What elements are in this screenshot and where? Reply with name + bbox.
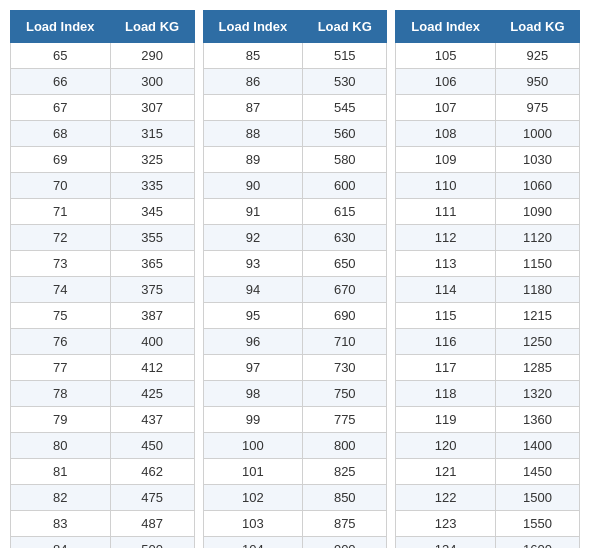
table-row: 1141180 [396,277,580,303]
load-kg-cell: 1000 [495,121,579,147]
load-index-cell: 103 [203,511,303,537]
load-index-cell: 118 [396,381,496,407]
load-index-header: Load Index [11,11,111,43]
table-row: 96710 [203,329,387,355]
load-kg-cell: 710 [303,329,387,355]
tables-container: Load IndexLoad KG65290663006730768315693… [10,10,580,548]
load-kg-cell: 1150 [495,251,579,277]
load-table-1: Load IndexLoad KG65290663006730768315693… [10,10,195,548]
load-kg-cell: 545 [303,95,387,121]
load-kg-cell: 437 [110,407,194,433]
load-index-cell: 115 [396,303,496,329]
load-index-cell: 97 [203,355,303,381]
table-row: 83487 [11,511,195,537]
table-row: 84500 [11,537,195,549]
load-kg-cell: 690 [303,303,387,329]
load-index-cell: 91 [203,199,303,225]
load-index-cell: 116 [396,329,496,355]
load-kg-cell: 1450 [495,459,579,485]
load-index-header: Load Index [396,11,496,43]
load-kg-cell: 950 [495,69,579,95]
table-row: 1161250 [396,329,580,355]
load-index-cell: 71 [11,199,111,225]
table-row: 74375 [11,277,195,303]
load-kg-cell: 475 [110,485,194,511]
table-row: 82475 [11,485,195,511]
load-index-cell: 77 [11,355,111,381]
load-kg-cell: 290 [110,43,194,69]
table-row: 1221500 [396,485,580,511]
load-kg-cell: 315 [110,121,194,147]
load-kg-cell: 462 [110,459,194,485]
load-index-cell: 124 [396,537,496,549]
load-kg-cell: 425 [110,381,194,407]
load-index-cell: 67 [11,95,111,121]
load-index-cell: 120 [396,433,496,459]
load-index-cell: 81 [11,459,111,485]
load-kg-cell: 450 [110,433,194,459]
table-row: 1151215 [396,303,580,329]
table-row: 107975 [396,95,580,121]
load-kg-cell: 1320 [495,381,579,407]
table-row: 87545 [203,95,387,121]
load-index-cell: 76 [11,329,111,355]
load-index-cell: 92 [203,225,303,251]
load-kg-cell: 1600 [495,537,579,549]
table-row: 76400 [11,329,195,355]
load-index-cell: 80 [11,433,111,459]
load-index-header: Load Index [203,11,303,43]
table-row: 1211450 [396,459,580,485]
load-kg-cell: 515 [303,43,387,69]
load-kg-cell: 975 [495,95,579,121]
load-index-cell: 89 [203,147,303,173]
load-kg-cell: 500 [110,537,194,549]
load-index-cell: 106 [396,69,496,95]
table-row: 86530 [203,69,387,95]
table-header-row: Load IndexLoad KG [11,11,195,43]
table-row: 85515 [203,43,387,69]
load-index-cell: 113 [396,251,496,277]
load-index-cell: 70 [11,173,111,199]
load-kg-cell: 300 [110,69,194,95]
load-index-cell: 72 [11,225,111,251]
table-row: 98750 [203,381,387,407]
load-index-cell: 78 [11,381,111,407]
load-kg-cell: 387 [110,303,194,329]
load-index-cell: 99 [203,407,303,433]
load-index-cell: 82 [11,485,111,511]
load-index-cell: 95 [203,303,303,329]
load-kg-cell: 412 [110,355,194,381]
load-kg-cell: 900 [303,537,387,549]
table-row: 99775 [203,407,387,433]
table-row: 73365 [11,251,195,277]
table-row: 97730 [203,355,387,381]
load-kg-cell: 1120 [495,225,579,251]
load-index-cell: 122 [396,485,496,511]
load-kg-header: Load KG [110,11,194,43]
table-row: 70335 [11,173,195,199]
load-kg-cell: 600 [303,173,387,199]
load-kg-cell: 487 [110,511,194,537]
table-row: 77412 [11,355,195,381]
table-header-row: Load IndexLoad KG [396,11,580,43]
table-row: 93650 [203,251,387,277]
table-row: 1131150 [396,251,580,277]
table-row: 1121120 [396,225,580,251]
table-row: 89580 [203,147,387,173]
table-row: 90600 [203,173,387,199]
load-kg-cell: 345 [110,199,194,225]
load-kg-cell: 400 [110,329,194,355]
load-kg-cell: 530 [303,69,387,95]
table-row: 105925 [396,43,580,69]
load-kg-cell: 580 [303,147,387,173]
load-kg-cell: 560 [303,121,387,147]
load-kg-cell: 630 [303,225,387,251]
load-index-cell: 119 [396,407,496,433]
load-index-cell: 90 [203,173,303,199]
table-row: 78425 [11,381,195,407]
load-index-cell: 108 [396,121,496,147]
table-row: 92630 [203,225,387,251]
load-table-2: Load IndexLoad KG85515865308754588560895… [203,10,388,548]
load-kg-cell: 375 [110,277,194,303]
load-kg-cell: 365 [110,251,194,277]
